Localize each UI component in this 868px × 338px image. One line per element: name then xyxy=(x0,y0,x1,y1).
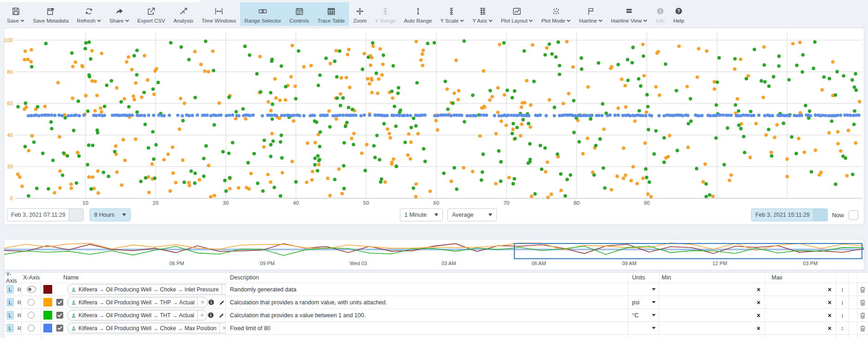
fit-y-range-icon[interactable]: ↕ xyxy=(841,286,844,293)
fit-y-range-icon[interactable]: ↕ xyxy=(841,299,844,306)
controls-icon xyxy=(295,6,304,17)
toolbar-button-hairline-view[interactable]: Hairline View xyxy=(607,2,651,26)
fit-y-range-icon[interactable]: ↕ xyxy=(841,325,844,332)
trace-description: Calculation that provides a random value… xyxy=(226,299,387,306)
clear-value-icon[interactable]: × xyxy=(757,286,760,293)
trace-visible-checkbox[interactable] xyxy=(56,299,63,306)
toolbar-button-time-windows[interactable]: Time Windows xyxy=(197,2,240,26)
max-input[interactable]: × xyxy=(765,296,836,308)
trace-color-swatch[interactable] xyxy=(43,285,52,294)
max-input[interactable]: × xyxy=(765,283,836,296)
start-calendar-button[interactable] xyxy=(69,208,84,221)
svg-text:?: ? xyxy=(677,9,680,14)
x-tick-label: 90 xyxy=(644,200,650,206)
trace-color-swatch[interactable] xyxy=(43,324,52,332)
clear-value-icon[interactable]: × xyxy=(828,286,832,293)
delete-trace-icon[interactable] xyxy=(859,325,866,332)
toolbar-button-save-metadata[interactable]: Save Metadata xyxy=(29,2,72,26)
delete-trace-icon[interactable] xyxy=(859,299,866,306)
clear-value-icon[interactable]: × xyxy=(757,325,760,332)
clear-value-icon[interactable]: × xyxy=(828,325,832,332)
y-axis-right-button[interactable]: R xyxy=(18,300,21,305)
remove-trace-icon[interactable]: ✕ xyxy=(197,310,207,320)
clear-value-icon[interactable]: × xyxy=(828,312,832,319)
units-select[interactable]: psi xyxy=(628,296,659,308)
y-axis-right-button[interactable]: R xyxy=(18,313,21,318)
start-time-input[interactable] xyxy=(7,208,69,221)
y-axis-left-button[interactable]: L xyxy=(6,285,14,294)
x-axis-radio[interactable] xyxy=(28,325,35,332)
timeline-tick-label: 09 PM xyxy=(260,261,275,266)
min-input[interactable]: × xyxy=(659,309,765,321)
toolbar-button-refresh[interactable]: Refresh xyxy=(73,2,105,26)
delete-trace-icon[interactable] xyxy=(859,286,866,293)
duration-select[interactable]: 8 Hours xyxy=(90,208,131,221)
toolbar-button-export-csv[interactable]: Export CSV xyxy=(133,2,169,26)
info-icon[interactable] xyxy=(208,299,215,306)
y-axis-left-button[interactable]: L xyxy=(6,298,14,307)
y-axis-right-button[interactable]: R xyxy=(18,326,21,331)
units-select[interactable]: °C xyxy=(628,309,659,321)
timeline-selection-box[interactable] xyxy=(514,243,862,259)
toolbar-label: Hairline View xyxy=(611,18,647,24)
min-input[interactable]: × xyxy=(659,283,765,296)
x-axis-radio[interactable] xyxy=(28,299,35,306)
toolbar-button-save[interactable]: Save xyxy=(3,2,29,26)
end-time-input[interactable] xyxy=(751,208,813,221)
end-calendar-button[interactable] xyxy=(813,208,828,221)
toolbar-button-plot-layout[interactable]: Plot Layout xyxy=(497,2,537,26)
toolbar-button-hairline[interactable]: Hairline xyxy=(575,2,607,26)
save-icon xyxy=(11,6,21,17)
min-input[interactable]: × xyxy=(659,296,765,308)
x-axis-radio[interactable] xyxy=(27,286,36,293)
sample-interval-select[interactable]: 1 Minute xyxy=(400,208,443,221)
x-tick-label: 50 xyxy=(363,200,369,206)
trace-color-swatch[interactable] xyxy=(43,311,52,320)
toolbar-button-trace-table[interactable]: Trace Table xyxy=(313,2,349,26)
info-icon xyxy=(656,6,665,17)
units-select[interactable] xyxy=(628,283,659,296)
toolbar-button-plot-mode[interactable]: Plot Mode xyxy=(537,2,575,26)
info-icon[interactable] xyxy=(207,312,214,319)
clear-value-icon[interactable]: × xyxy=(757,312,760,319)
remove-trace-icon[interactable]: ✕ xyxy=(219,323,226,333)
edit-pencil-icon[interactable] xyxy=(219,299,225,306)
x-axis-radio[interactable] xyxy=(28,312,35,319)
clear-value-icon[interactable]: × xyxy=(828,299,832,306)
edit-pencil-icon[interactable] xyxy=(218,312,225,319)
now-checkbox[interactable] xyxy=(849,210,858,220)
toolbar-button-zoom[interactable]: Zoom xyxy=(349,2,371,26)
scatter-series-actual xyxy=(16,40,861,199)
trace-visible-checkbox[interactable] xyxy=(56,325,63,332)
y-axis-left-button[interactable]: L xyxy=(6,324,14,332)
toolbar-button-share[interactable]: Share xyxy=(105,2,133,26)
delete-trace-icon[interactable] xyxy=(859,312,866,319)
toolbar-label: Save xyxy=(7,18,24,24)
trace-visible-checkbox[interactable] xyxy=(56,312,63,319)
max-input[interactable]: × xyxy=(765,322,836,334)
y-axis-right-button[interactable]: R xyxy=(18,287,21,292)
toolbar-button-range-selector[interactable]: Range Selector xyxy=(240,2,285,26)
toolbar-button-analysis[interactable]: Analysis xyxy=(169,2,198,26)
trace-table-header: Y-AxisX-AxisNameDescriptionUnitsMinMax xyxy=(4,273,868,283)
trace-name-tag[interactable]: Kilfeera → Oil Producing Well → THT → Ac… xyxy=(67,310,207,320)
toolbar-button-help[interactable]: ?Help xyxy=(669,2,688,26)
toolbar-button-auto-range[interactable]: Auto Range xyxy=(400,2,436,26)
trace-color-swatch[interactable] xyxy=(43,298,52,307)
toolbar-button-y-scale[interactable]: Y Scale xyxy=(436,2,468,26)
min-input[interactable]: × xyxy=(659,322,765,334)
clear-value-icon[interactable]: × xyxy=(757,299,760,306)
scatter-plot[interactable]: 100806040200102030405060708090 xyxy=(4,28,864,208)
fit-y-range-icon[interactable]: ↕ xyxy=(841,312,844,319)
toolbar-button-controls[interactable]: Controls xyxy=(285,2,313,26)
toolbar-button-y-axis[interactable]: Y Axis xyxy=(468,2,497,26)
units-select[interactable] xyxy=(628,322,659,334)
aggregation-select[interactable]: Average xyxy=(447,208,497,221)
y-axis-left-button[interactable]: L xyxy=(6,311,14,320)
remove-trace-icon[interactable]: ✕ xyxy=(222,285,226,294)
trace-name-tag[interactable]: Kilfeera → Oil Producing Well → THP → Ac… xyxy=(67,297,208,308)
trace-name-tag[interactable]: Kilfeera → Oil Producing Well → Choke → … xyxy=(67,284,226,295)
remove-trace-icon[interactable]: ✕ xyxy=(197,297,207,307)
trace-name-tag[interactable]: Kilfeera → Oil Producing Well → Choke → … xyxy=(67,323,226,333)
max-input[interactable]: × xyxy=(765,309,836,321)
